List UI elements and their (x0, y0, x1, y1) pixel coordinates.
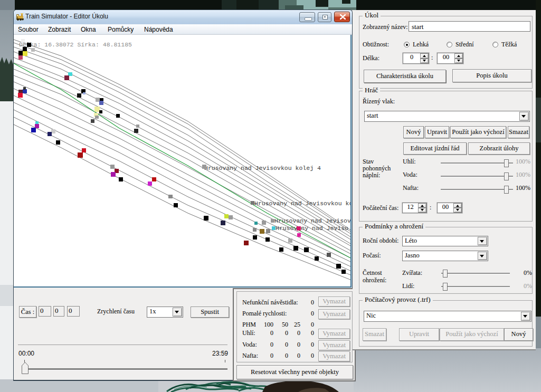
svg-text:Délka: 16.38072 Sírka: 48.8118: Délka: 16.38072 Sírka: 48.81185 (19, 41, 132, 48)
svg-text:Hrusovany nad Jeviso: Hrusovany nad Jeviso (276, 225, 348, 232)
svg-text:Hrusovany nad Jevisovkou ko: Hrusovany nad Jevisovkou ko (254, 200, 350, 207)
svg-text:Hrusovany nad Jevisovkou kolej: Hrusovany nad Jevisovkou kolej 4 (204, 165, 321, 171)
svg-text:Hrusovany nad Jevisov: Hrusovany nad Jevisov (274, 217, 350, 224)
